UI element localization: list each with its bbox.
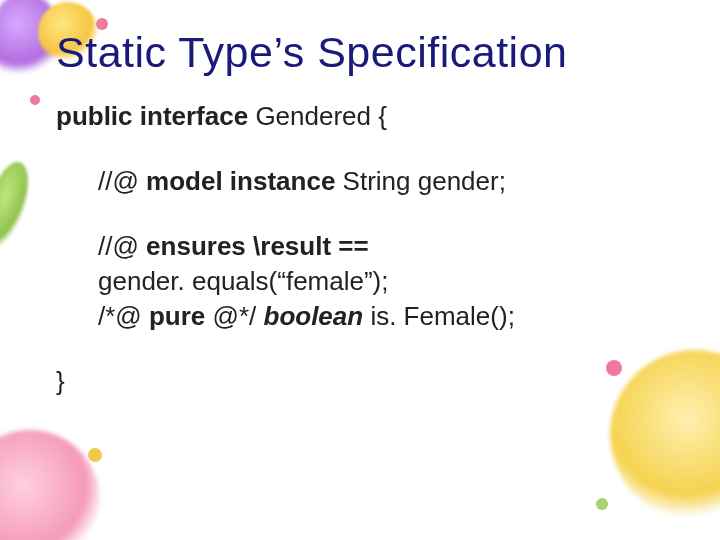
code-line-ensures-1: //@ ensures \result == (98, 229, 676, 264)
ensures-rest: \result == (246, 231, 369, 261)
code-line-close: } (56, 364, 676, 399)
model-prefix: //@ (98, 166, 146, 196)
pure-open: /*@ (98, 301, 149, 331)
code-line-pure: /*@ pure @*/ boolean is. Female(); (98, 299, 676, 334)
method-name: is. Female(); (363, 301, 515, 331)
pure-close: @*/ (205, 301, 263, 331)
code-line-ensures-2: gender. equals(“female”); (98, 264, 676, 299)
code-line-model: //@ model instance String gender; (98, 164, 676, 199)
decl-name: Gendered { (248, 101, 387, 131)
keyword-boolean: boolean (264, 301, 364, 331)
ensures-prefix: //@ (98, 231, 146, 261)
model-rest: String gender; (335, 166, 506, 196)
keyword-public-interface: public interface (56, 101, 248, 131)
code-line-decl: public interface Gendered { (56, 99, 676, 134)
code-block: public interface Gendered { //@ model in… (56, 99, 676, 400)
ensures-line2: gender. equals(“female”); (98, 266, 388, 296)
keyword-model-instance: model instance (146, 166, 335, 196)
keyword-ensures: ensures (146, 231, 246, 261)
keyword-pure: pure (149, 301, 205, 331)
brace-close: } (56, 366, 65, 396)
slide-title: Static Type’s Specification (56, 28, 676, 77)
